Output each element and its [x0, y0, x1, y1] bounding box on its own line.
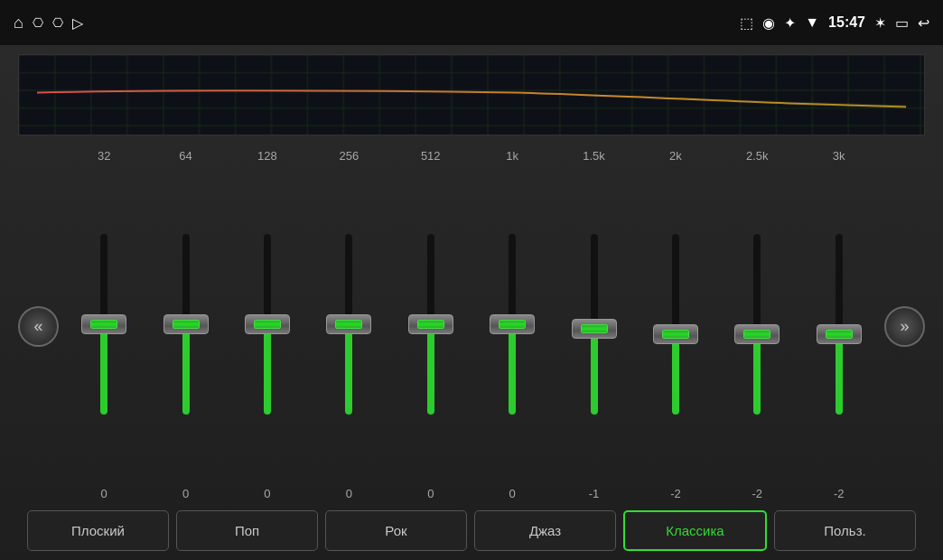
freq-label-64: 64 — [150, 149, 222, 163]
slider-handle-256[interactable] — [326, 314, 371, 334]
slider-handle-3k[interactable] — [817, 324, 862, 344]
value-label-3k: -2 — [834, 487, 845, 503]
slider-column-2k: -2 — [640, 167, 712, 503]
slider-column-2.5k: -2 — [721, 167, 793, 503]
slider-track-64[interactable] — [182, 234, 190, 415]
value-label-1.5k: -1 — [589, 487, 600, 503]
slider-column-128: 0 — [231, 167, 303, 503]
freq-label-2.5k: 2.5k — [721, 149, 793, 163]
slider-track-32[interactable] — [100, 234, 107, 415]
value-label-64: 0 — [182, 487, 189, 503]
sliders-area: « 32641282565121k1.5k2k2.5k3k 000000-1-2… — [18, 149, 925, 503]
location-icon: ◉ — [762, 14, 775, 32]
slider-fill-128 — [264, 334, 271, 415]
slider-handle-2k[interactable] — [653, 324, 698, 344]
freq-label-256: 256 — [313, 149, 385, 163]
slider-track-2k[interactable] — [672, 234, 679, 415]
nav-left-button[interactable]: « — [18, 306, 59, 347]
slider-fill-32 — [100, 334, 107, 415]
slider-track-container-64 — [168, 167, 204, 481]
freq-label-3k: 3k — [803, 149, 875, 163]
nav-right-icon: » — [900, 317, 909, 336]
status-left-icons: ⌂ ⎔ ⎔ ▷ — [14, 14, 83, 33]
slider-column-512: 0 — [395, 167, 467, 503]
slider-handle-32[interactable] — [81, 314, 126, 334]
slider-handle-1k[interactable] — [490, 314, 535, 334]
eq-container: « 32641282565121k1.5k2k2.5k3k 000000-1-2… — [0, 45, 943, 560]
freq-label-512: 512 — [395, 149, 467, 163]
slider-track-256[interactable] — [345, 234, 352, 415]
sliders-wrapper: 32641282565121k1.5k2k2.5k3k 000000-1-2-2… — [59, 149, 884, 503]
preset-btn-джаз[interactable]: Джаз — [474, 510, 616, 551]
slider-track-container-1.5k — [576, 167, 612, 481]
value-label-1k: 0 — [509, 487, 516, 503]
value-label-2k: -2 — [670, 487, 681, 503]
status-time: 15:47 — [828, 14, 865, 31]
slider-handle-512[interactable] — [408, 314, 453, 334]
preset-btn-классика[interactable]: Классика — [623, 510, 767, 551]
freq-labels: 32641282565121k1.5k2k2.5k3k — [59, 149, 884, 163]
slider-column-32: 0 — [68, 167, 140, 503]
slider-track-1k[interactable] — [509, 234, 516, 415]
back-icon[interactable]: ↩ — [918, 14, 929, 32]
freq-label-1k: 1k — [476, 149, 548, 163]
slider-column-3k: -2 — [803, 167, 875, 503]
slider-track-128[interactable] — [264, 234, 271, 415]
slider-handle-128[interactable] — [245, 314, 290, 334]
nav-right-button[interactable]: » — [884, 306, 925, 347]
preset-btn-плоский[interactable]: Плоский — [27, 510, 169, 551]
slider-column-1.5k: -1 — [558, 167, 630, 503]
status-right-icons: ⬚ ◉ ✦ ▼ 15:47 ✶ ▭ ↩ — [740, 14, 929, 32]
presets-row: ПлоскийПопРокДжазКлассикаПольз. — [18, 503, 925, 551]
slider-track-3k[interactable] — [836, 234, 843, 415]
usb1-icon: ⎔ — [33, 15, 43, 30]
sliders-row: 000000-1-2-2-2 — [59, 167, 884, 503]
freq-label-1.5k: 1.5k — [558, 149, 630, 163]
preset-btn-поп[interactable]: Поп — [176, 510, 318, 551]
value-label-128: 0 — [264, 487, 270, 503]
slider-column-1k: 0 — [476, 167, 548, 503]
slider-track-512[interactable] — [427, 234, 434, 415]
home-icon[interactable]: ⌂ — [14, 14, 23, 33]
value-label-32: 0 — [101, 487, 107, 503]
slider-track-2.5k[interactable] — [753, 234, 761, 415]
slider-fill-512 — [427, 334, 434, 415]
slider-column-64: 0 — [150, 167, 222, 503]
preset-btn-рок[interactable]: Рок — [325, 510, 467, 551]
slider-fill-1.5k — [591, 339, 598, 415]
slider-track-container-128 — [249, 167, 285, 481]
nav-left-icon: « — [33, 317, 42, 336]
eq-canvas — [19, 55, 924, 135]
wifi-icon: ▼ — [805, 14, 819, 31]
preset-btn-польз.[interactable]: Польз. — [774, 510, 916, 551]
bluetooth-icon: ✦ — [784, 14, 796, 32]
slider-track-1.5k[interactable] — [591, 234, 598, 415]
slider-handle-2.5k[interactable] — [734, 324, 780, 344]
slider-track-container-256 — [331, 167, 367, 481]
slider-fill-1k — [509, 334, 516, 415]
slider-fill-256 — [345, 334, 352, 415]
play-icon: ▷ — [72, 14, 83, 32]
slider-fill-3k — [836, 344, 843, 415]
value-label-2.5k: -2 — [752, 487, 763, 503]
slider-track-container-512 — [413, 167, 449, 481]
slider-track-container-2k — [658, 167, 694, 481]
freq-label-32: 32 — [68, 149, 140, 163]
value-label-512: 0 — [427, 487, 434, 503]
slider-fill-2k — [672, 344, 679, 415]
slider-fill-64 — [182, 334, 190, 415]
slider-track-container-2.5k — [739, 167, 775, 481]
usb2-icon: ⎔ — [52, 15, 63, 30]
slider-track-container-1k — [494, 167, 530, 481]
slider-fill-2.5k — [753, 344, 761, 415]
status-bar: ⌂ ⎔ ⎔ ▷ ⬚ ◉ ✦ ▼ 15:47 ✶ ▭ ↩ — [0, 0, 943, 45]
freq-label-2k: 2k — [640, 149, 712, 163]
freq-graph — [18, 54, 925, 135]
brightness-icon: ✶ — [874, 14, 886, 32]
slider-track-container-3k — [821, 167, 857, 481]
slider-handle-64[interactable] — [163, 314, 209, 334]
slider-column-256: 0 — [313, 167, 385, 503]
slider-handle-1.5k[interactable] — [572, 319, 617, 339]
slider-track-container-32 — [86, 167, 122, 481]
freq-label-128: 128 — [231, 149, 303, 163]
